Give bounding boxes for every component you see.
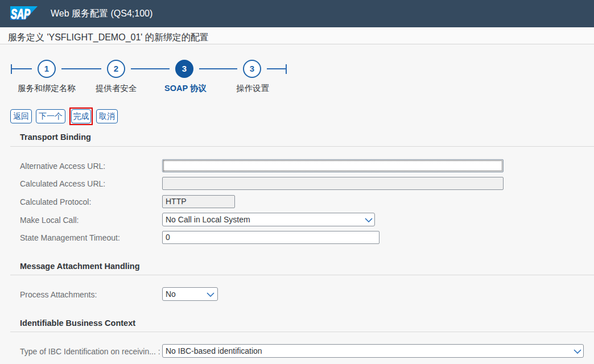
- svg-text:SAP: SAP: [11, 6, 30, 20]
